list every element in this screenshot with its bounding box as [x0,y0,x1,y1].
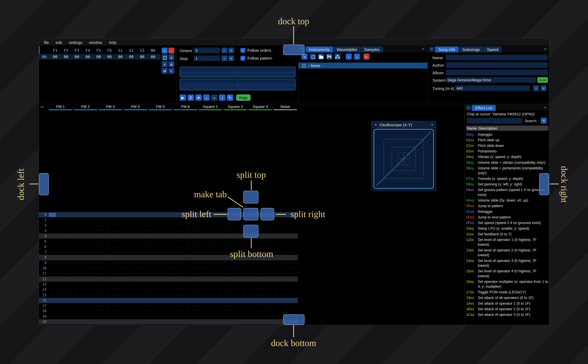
pattern-cell[interactable]: ··· ·· ·· ··· [248,276,273,282]
pattern-cell[interactable]: ··· ·· ·· ··· [123,217,148,223]
pattern-cell[interactable]: ··· ·· ·· ··· [223,303,248,309]
pattern-cell[interactable]: ··· ·· ·· ··· [48,287,73,292]
follow-orders-checkbox[interactable]: ✓ Follow orders [240,48,271,53]
pattern-cell[interactable]: ··· ·· ·· ··· [198,223,223,228]
pattern-cell[interactable]: ··· ·· ·· ··· [123,255,148,260]
effect-row[interactable]: 11xxSet feedback (0 to 7) [465,231,549,237]
pattern-cell[interactable]: ··· ·· ·· ··· [198,255,223,260]
effect-row[interactable]: 0AxyVolume slide (0y: down; x0: up) [465,197,549,203]
menu-settings[interactable]: settings [65,39,86,45]
pattern-cell[interactable]: ··· ·· ·· ··· [273,276,298,282]
pattern-cell[interactable]: ··· ·· ·· ··· [248,244,273,250]
pattern-cell[interactable]: ··· ·· ·· ··· [148,239,173,244]
pattern-cell[interactable]: ··· ·· ·· ··· [198,244,223,250]
tab-instruments[interactable]: Instruments [306,46,333,52]
pattern-cell[interactable]: ··· ·· ·· ··· [123,314,148,319]
move-instrument-up-button[interactable]: ↑ [346,54,352,60]
pattern-cell[interactable]: ··· ·· ·· ··· [148,217,173,223]
octave-input[interactable]: 3 [193,48,220,53]
pattern-cell[interactable]: ··· ·· ·· ··· [173,325,198,325]
pattern-cell[interactable]: ··· ·· ·· ··· [223,298,248,303]
effect-list-menu-button[interactable]: ≡ [541,118,547,124]
pattern-cell[interactable]: ··· ·· ·· ··· [198,325,223,325]
pattern-cell[interactable]: ··· ·· ·· ··· [73,228,98,234]
pattern-cell[interactable]: ··· ·· ·· ··· [173,309,198,314]
octave-increase-button[interactable]: + [228,48,234,53]
pattern-cell[interactable]: ··· ·· ·· ··· [98,282,123,287]
pattern-cell[interactable]: ··· ·· ·· ··· [98,319,123,325]
pattern-cell[interactable]: ··· ·· ·· ··· [98,250,123,255]
pattern-cell[interactable]: ··· ·· ·· ··· [198,309,223,314]
pattern-cell[interactable]: ··· ·· ·· ··· [148,314,173,319]
pattern-cell[interactable]: ··· ·· ·· ··· [73,298,98,303]
pattern-cell[interactable]: ··· ·· ·· ··· [73,325,98,325]
pattern-cell[interactable]: ··· ·· ·· ··· [148,292,173,298]
tuning-increase-button[interactable]: + [541,85,546,91]
pattern-cell[interactable]: ··· ·· ·· ··· [98,287,123,292]
pattern-cell[interactable]: ··· ·· ·· ··· [173,244,198,250]
pattern-cell[interactable]: ··· ·· ·· ··· [198,276,223,282]
pattern-cell[interactable]: ··· ·· ·· ··· [73,266,98,271]
pattern-cell[interactable]: ··· ·· ·· ··· [273,303,298,309]
pattern-cell[interactable]: ··· ·· ·· ··· [73,319,98,325]
pattern-cell[interactable]: ··· ·· ·· ··· [273,287,298,292]
pattern-cell[interactable]: ··· ·· ·· ··· [98,266,123,271]
pattern-cell[interactable]: ··· ·· ·· ··· [223,292,248,298]
pattern-cell[interactable]: ··· ·· ·· ··· [123,287,148,292]
pattern-cell[interactable]: ··· ·· ·· ··· [198,287,223,292]
pattern-cell[interactable]: ··· ·· ·· ··· [73,234,98,239]
pattern-cell[interactable]: ··· ·· ·· ··· [123,298,148,303]
pattern-cell[interactable]: ··· ·· ·· ··· [273,255,298,260]
stop-button[interactable]: ↓ [203,94,210,101]
collapse-effect-list-button[interactable]: ▼ [466,105,471,110]
pattern-cell[interactable]: ··· ·· ·· ··· [73,260,98,266]
follow-pattern-checkbox[interactable]: ✓ Follow pattern [240,55,272,61]
pattern-cell[interactable]: ··· ·· ·· ··· [273,266,298,271]
effect-row[interactable]: 0BxxJump to pattern [465,203,549,209]
pattern-cell[interactable]: ··· ·· ·· ··· [198,239,223,244]
pattern-cell[interactable]: ··· ·· ·· ··· [248,271,273,276]
tab-samples[interactable]: Samples [361,46,383,52]
pattern-cell[interactable]: ··· ·· ·· ··· [123,266,148,271]
tab-effect-list[interactable]: Effect List [472,105,496,111]
pattern-cell[interactable]: ··· ·· ·· ··· [73,271,98,276]
duplicate-order-button[interactable] [162,54,168,60]
pattern-cell[interactable]: ··· ·· ·· ··· [198,303,223,309]
pattern-cell[interactable]: ··· ·· ·· ··· [98,255,123,260]
pattern-cell[interactable]: ··· ·· ·· ··· [48,271,73,276]
pattern-cell[interactable]: ··· ·· ·· ··· [123,239,148,244]
pattern-cell[interactable]: ··· ·· ·· ··· [123,282,148,287]
pattern-cell[interactable]: ··· ·· ·· ··· [148,325,173,325]
pattern-cell[interactable]: ··· ·· ·· ··· [273,260,298,266]
tab-wavetables[interactable]: Wavetables [333,46,360,52]
pattern-cell[interactable]: ··· ·· ·· ··· [98,223,123,228]
pattern-cell[interactable]: ··· ·· ·· ··· [223,314,248,319]
pattern-cell[interactable]: ··· ·· ·· ··· [148,228,173,234]
pattern-cell[interactable]: ··· ·· ·· ··· [248,239,273,244]
pattern-cell[interactable]: ··· ·· ·· ··· [48,217,73,223]
pattern-cell[interactable]: ··· ·· ·· ··· [148,276,173,282]
open-instrument-button[interactable] [318,54,324,60]
remove-order-button[interactable]: − [168,48,174,54]
move-order-up-button[interactable]: ∧ [168,54,174,60]
pattern-cell[interactable]: ··· ·· ·· ··· [48,250,73,255]
pattern-cell[interactable]: ··· ·· ·· ··· [48,276,73,282]
menu-file[interactable]: file [40,39,52,45]
effect-row[interactable]: 09xxSet groove pattern (speed 1 if no gr… [465,187,549,197]
pattern-cell[interactable]: ··· ·· ·· ··· [98,234,123,239]
metronome-button[interactable]: ♪ [219,94,225,101]
pattern-cell[interactable]: ··· ·· ·· ··· [98,271,123,276]
dock-target-top[interactable] [283,45,304,55]
pattern-cell[interactable]: ··· ·· ·· ··· [173,250,198,255]
system-input[interactable]: Sega Genesis/Mega Drive [446,77,536,83]
pattern-cell[interactable]: ··· ·· ·· ··· [248,287,273,292]
pattern-cell[interactable]: ··· ·· ·· ··· [173,228,198,234]
add-order-button[interactable]: + [162,48,168,54]
dock-target-left[interactable] [39,173,49,195]
pattern-cell[interactable]: ··· ·· ·· ··· [73,255,98,260]
input-name[interactable] [446,55,548,60]
pattern-cell[interactable]: ··· ·· ·· ··· [123,260,148,266]
pattern-cell[interactable]: ··· ·· ·· ··· [123,250,148,255]
pattern-cell[interactable]: ··· ·· ·· ··· [48,292,73,298]
pattern-cell[interactable]: ··· ·· ·· ··· [173,234,198,239]
